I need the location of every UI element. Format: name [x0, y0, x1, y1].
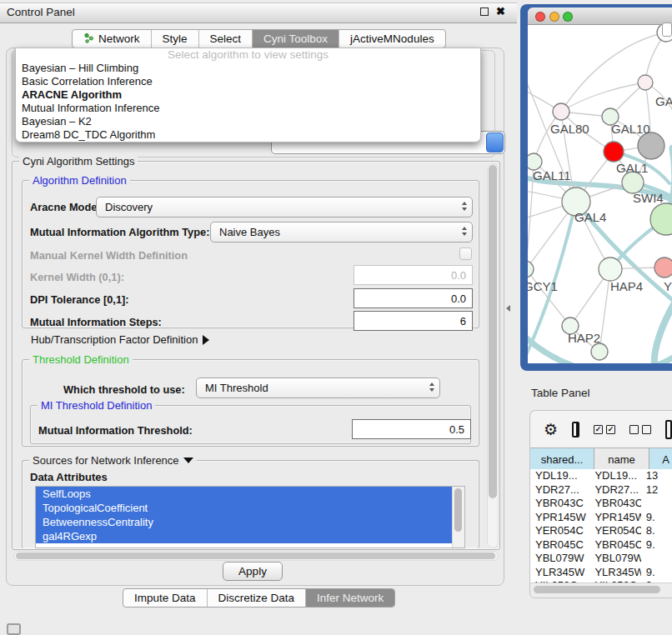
data-attributes-label: Data Attributes — [30, 471, 108, 483]
sources-title[interactable]: Sources for Network Inference — [29, 454, 197, 467]
mi-steps-field[interactable]: 6 — [354, 311, 473, 331]
table-panel-title: Table Panel — [531, 387, 590, 399]
dropdown-item-bayesian-k2[interactable]: Bayesian – K2 — [16, 115, 480, 128]
document-icon[interactable] — [665, 420, 672, 439]
network-node-gcy1[interactable] — [528, 261, 534, 278]
kernel-width-field[interactable]: 0.0 — [354, 265, 473, 285]
table-toolbar: ⚙ ✓✓ — [530, 411, 672, 448]
list-scrollbar[interactable] — [452, 487, 464, 548]
splitter-grip-icon[interactable] — [506, 305, 510, 312]
column-header-name[interactable]: name — [594, 448, 649, 470]
control-panel-titlebar — [0, 2, 517, 23]
tab-style[interactable]: Style — [151, 30, 198, 48]
network-node-gal80[interactable] — [553, 103, 569, 120]
table-cell: YPR145W — [530, 511, 589, 525]
unchecked-boxes-icon[interactable] — [629, 425, 651, 434]
list-item-gal4rgexp[interactable]: gal4RGexp — [36, 529, 453, 543]
table-rows: YDL19...YDL19...13YDR27...YDR27...12YBR0… — [530, 469, 672, 582]
table-row[interactable]: YBR045CYBR045C9. — [530, 538, 672, 552]
dpi-tolerance-label: DPI Tolerance [0,1]: — [30, 293, 129, 306]
tab-network[interactable]: Network — [73, 30, 151, 48]
tab-jactivemnodules[interactable]: jActiveMNodules — [339, 30, 445, 48]
tab-select[interactable]: Select — [198, 30, 253, 48]
close-icon[interactable]: ✖ — [496, 5, 505, 18]
column-header-shared[interactable]: shared... — [530, 448, 594, 470]
table-row[interactable]: YPR145WYPR145W9. — [530, 511, 672, 525]
dpi-tolerance-field[interactable]: 0.0 — [354, 288, 473, 308]
spinner-arrows-icon — [462, 227, 467, 236]
settings-vertical-scrollbar-thumb[interactable] — [489, 165, 497, 498]
table-row[interactable]: YBL079WYBL079W — [530, 552, 672, 566]
network-node-red-node[interactable] — [604, 142, 624, 162]
node-label-gal80: GAL80 — [550, 122, 589, 136]
tab-infer-network[interactable]: Infer Network — [305, 589, 394, 607]
float-window-icon[interactable] — [480, 8, 489, 16]
mi-type-select[interactable]: Naive Bayes — [210, 222, 473, 242]
minimized-panel-icon[interactable] — [7, 623, 21, 635]
network-node-gal11[interactable] — [528, 153, 542, 170]
hub-definition-toggle[interactable]: Hub/Transcription Factor Definition — [31, 333, 209, 346]
manual-kernel-label: Manual Kernel Width Definition — [30, 249, 188, 262]
dropdown-item-bayesian-hill-climbing[interactable]: Bayesian – Hill Climbing — [16, 62, 480, 75]
table-cell — [641, 497, 672, 511]
dropdown-item-basic-correlation-inference[interactable]: Basic Correlation Inference — [16, 75, 480, 88]
mi-type-label: Mutual Information Algorithm Type: — [30, 226, 209, 238]
node-label-swi4: SWI4 — [633, 191, 664, 205]
network-node-hap4[interactable] — [599, 258, 622, 281]
table-row[interactable]: YER054CYER054C8. — [530, 524, 672, 538]
list-item-betweennesscentrality[interactable]: BetweennessCentrality — [36, 515, 453, 529]
dropdown-item-mutual-information-inference[interactable]: Mutual Information Inference — [16, 102, 480, 115]
gear-icon[interactable]: ⚙ — [544, 422, 558, 438]
dropdown-item-aracne-algorithm[interactable]: ARACNE Algorithm — [16, 88, 480, 102]
table-row[interactable]: YLR345WYLR345W9. — [530, 566, 672, 580]
network-canvas[interactable]: GALGAL80GAL10GAL1GAL11SWI4GAL4GCY1HAP4YH… — [528, 25, 672, 363]
collapse-down-arrow-icon — [183, 458, 193, 463]
table-cell: 9. — [641, 511, 672, 525]
mi-steps-value: 6 — [460, 315, 466, 328]
network-node-gray-node[interactable] — [638, 132, 664, 159]
network-node-pink-right[interactable] — [654, 258, 672, 278]
tab-cyni-toolbox[interactable]: Cyni Toolbox — [252, 30, 339, 48]
checked-boxes-icon[interactable]: ✓✓ — [594, 425, 615, 434]
network-edge — [561, 32, 666, 112]
network-node-swi4[interactable] — [650, 203, 672, 235]
table-cell: YBR045C — [589, 538, 640, 552]
close-traffic-light-icon[interactable] — [535, 12, 545, 22]
manual-kernel-checkbox[interactable] — [459, 248, 472, 260]
window-edge-fragment — [662, 22, 672, 37]
settings-horizontal-scrollbar-thumb[interactable] — [16, 552, 495, 559]
table-row[interactable]: YDR27...YDR27...12 — [530, 483, 672, 498]
node-label-gal4: GAL4 — [574, 210, 606, 224]
list-scrollbar-thumb[interactable] — [454, 488, 462, 532]
table-horizontal-scrollbar[interactable] — [530, 582, 672, 598]
spinner-arrows-icon — [429, 382, 434, 392]
data-attributes-list[interactable]: SelfLoopsTopologicalCoefficientBetweenne… — [35, 486, 465, 548]
dropdown-item-dream8-dc-tdc-algorithm[interactable]: Dream8 DC_TDC Algorithm — [16, 128, 480, 142]
combo-spinner-icon[interactable] — [486, 132, 504, 152]
mi-threshold-field[interactable]: 0.5 — [352, 419, 471, 439]
network-window-titlebar[interactable] — [528, 8, 672, 25]
table-cell: 13 — [641, 469, 672, 483]
column-header-a[interactable]: A — [649, 448, 672, 470]
table-row[interactable]: YDL19...YDL19...13 — [530, 469, 672, 483]
tab-discretize-data[interactable]: Discretize Data — [207, 589, 306, 607]
node-label-gcy1: GCY1 — [528, 279, 558, 293]
dpi-tolerance-value: 0.0 — [451, 292, 466, 305]
apply-button[interactable]: Apply — [223, 562, 283, 581]
split-columns-icon[interactable] — [572, 422, 579, 438]
list-item-selfloops[interactable]: SelfLoops — [36, 487, 453, 501]
kernel-width-value: 0.0 — [451, 269, 466, 282]
minimize-traffic-light-icon[interactable] — [549, 12, 559, 22]
which-threshold-select[interactable]: MI Threshold — [196, 378, 440, 398]
table-row[interactable]: YBR043CYBR043C — [530, 497, 672, 511]
aracne-mode-select[interactable]: Discovery — [96, 197, 473, 218]
network-node-bottom-node[interactable] — [591, 343, 608, 360]
table-horizontal-scrollbar-thumb[interactable] — [534, 586, 660, 593]
zoom-traffic-light-icon[interactable] — [563, 12, 573, 22]
network-node-pink-top[interactable] — [638, 75, 653, 90]
list-item-topologicalcoefficient[interactable]: TopologicalCoefficient — [36, 501, 453, 515]
data-attributes-items: SelfLoopsTopologicalCoefficientBetweenne… — [36, 487, 464, 543]
tab-impute-data[interactable]: Impute Data — [123, 589, 207, 607]
node-label-hap4: HAP4 — [610, 279, 643, 293]
table-cell: YPR145W — [589, 511, 640, 525]
